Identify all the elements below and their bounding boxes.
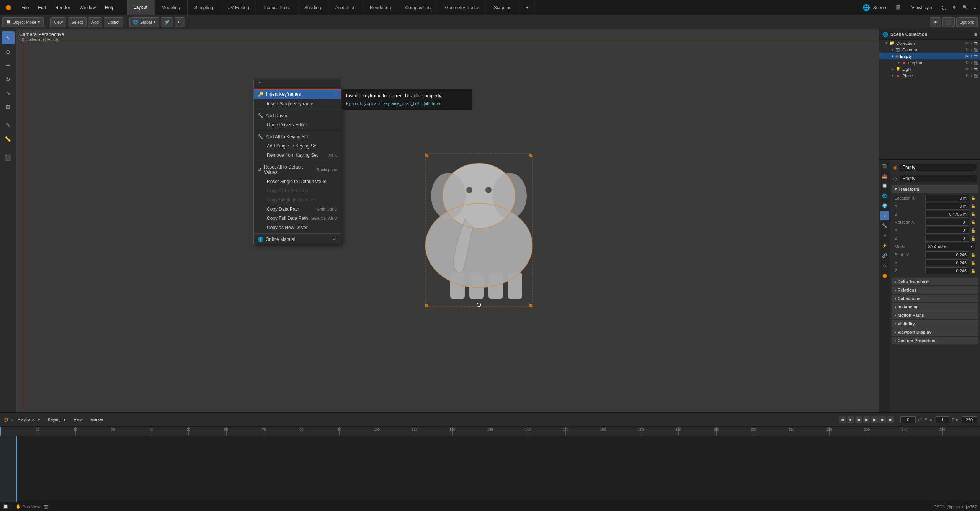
camera-sel-icon[interactable]: ↕ xyxy=(970,47,972,52)
restrict-select-icon[interactable]: ↕ xyxy=(970,41,972,45)
menu-file[interactable]: File xyxy=(17,0,33,15)
proportional-btn[interactable]: ⊙ xyxy=(175,17,185,27)
copy-full-data-path-item[interactable]: Copy Full Data Path Shift Ctrl Alt C xyxy=(254,214,341,223)
jump-to-last-btn[interactable]: ⏭ xyxy=(887,416,894,423)
snap-btn[interactable]: 🔗 xyxy=(161,17,173,27)
menu-render[interactable]: Render xyxy=(51,0,75,15)
insert-keyframes-item[interactable]: 🔑 Insert Keyframes I › xyxy=(254,89,341,99)
outliner-light[interactable]: ▸ 💡 Light 👁 ↕ 📷 xyxy=(879,66,980,72)
settings-icon[interactable]: ⚙ xyxy=(952,5,956,10)
jump-forward-btn[interactable]: ⏭ xyxy=(879,416,886,423)
camera-eye-icon[interactable]: 👁 xyxy=(965,47,969,52)
add-menu-btn[interactable]: Add xyxy=(88,17,103,27)
step-forward-btn[interactable]: ▶ xyxy=(871,416,878,423)
step-back-btn[interactable]: ◀ xyxy=(855,416,862,423)
empty-sel-icon[interactable]: ↕ xyxy=(970,54,972,58)
transform-global-btn[interactable]: 🌐 Global ▾ xyxy=(129,17,159,27)
light-rnd-icon[interactable]: 📷 xyxy=(974,67,978,71)
tab-layout[interactable]: Layout xyxy=(127,0,155,15)
outliner-filter-icon[interactable]: ≡ xyxy=(974,32,977,37)
open-drivers-editor-item[interactable]: Open Drivers Editor xyxy=(254,120,341,129)
data-name-value[interactable]: Empty xyxy=(900,175,977,182)
tab-shading[interactable]: Shading xyxy=(297,0,328,15)
object-props-icon[interactable]: ◈ xyxy=(880,211,889,220)
constraints-props-icon[interactable]: 🔗 xyxy=(880,251,889,260)
tab-sculpting[interactable]: Sculpting xyxy=(188,0,220,15)
filter-icon[interactable]: ≡ xyxy=(974,5,976,10)
add-driver-item[interactable]: 🔧 Add Driver xyxy=(254,111,341,120)
annotate-tool-btn[interactable]: ✎ xyxy=(2,119,15,132)
scale-x-val-p[interactable]: 0.246 xyxy=(925,251,969,258)
tab-texture-paint[interactable]: Texture Paint xyxy=(256,0,297,15)
current-frame-input[interactable]: 0 xyxy=(900,416,916,423)
tab-modeling[interactable]: Modeling xyxy=(155,0,188,15)
elephant-sel-icon[interactable]: ↕ xyxy=(970,61,972,65)
collections-header[interactable]: › Collections xyxy=(892,295,978,302)
lock-loc-y[interactable]: 🔓 xyxy=(971,204,975,208)
loc-z-val[interactable]: 0.4756 m xyxy=(925,211,969,218)
timeline-track[interactable] xyxy=(0,436,980,502)
viewport-shading-btn[interactable]: ⬛ xyxy=(942,17,955,27)
delta-section-header[interactable]: › Delta Transform xyxy=(892,278,978,285)
play-btn[interactable]: ▶ xyxy=(863,416,870,423)
scale-tool-btn[interactable]: ⤡ xyxy=(2,87,15,100)
data-props-icon[interactable]: ◇ xyxy=(880,261,889,270)
empty-eye-icon[interactable]: 👁 xyxy=(965,54,969,58)
material-props-icon[interactable]: ⬤ xyxy=(880,271,889,280)
outliner-empty[interactable]: ▾ ◈ Empty 👁 ↕ 📷 xyxy=(879,53,980,59)
move-tool-btn[interactable]: ✛ xyxy=(2,59,15,72)
tab-rendering[interactable]: Rendering xyxy=(363,0,398,15)
lock-rot-x[interactable]: 🔓 xyxy=(971,220,975,224)
plane-eye-icon[interactable]: 👁 xyxy=(965,74,969,78)
modifier-props-icon[interactable]: 🔧 xyxy=(880,221,889,230)
menu-edit[interactable]: Edit xyxy=(33,0,51,15)
custom-props-header[interactable]: › Custom Properties xyxy=(892,337,978,344)
measure-tool-btn[interactable]: 📏 xyxy=(2,133,15,146)
loc-x-val[interactable]: 0 m xyxy=(925,195,969,201)
copy-data-path-item[interactable]: Copy Data Path Shift Ctrl C xyxy=(254,205,341,214)
jump-back-btn[interactable]: ⏭ xyxy=(847,416,854,423)
rot-x-val[interactable]: 0° xyxy=(925,219,969,226)
blender-logo-icon[interactable]: ⬟ xyxy=(0,0,17,15)
outliner-camera[interactable]: ▸ 📷 Camera 👁 ↕ 📷 xyxy=(879,46,980,53)
instancing-header[interactable]: › Instancing xyxy=(892,303,978,311)
tab-animation[interactable]: Animation xyxy=(328,0,363,15)
select-menu-btn[interactable]: Select xyxy=(68,17,87,27)
end-frame-input[interactable]: 250 xyxy=(962,416,977,423)
insert-single-keyframe-item[interactable]: Insert Single Keyframe xyxy=(254,99,341,108)
eye-icon[interactable]: 👁 xyxy=(965,41,969,45)
plane-rnd-icon[interactable]: 📷 xyxy=(974,74,978,78)
keying-menu-btn[interactable]: Keying ▾ xyxy=(45,413,69,427)
viewport-display-header[interactable]: › Viewport Display xyxy=(892,328,978,336)
world-props-icon[interactable]: 🌍 xyxy=(880,201,889,210)
lock-scale-y[interactable]: 🔓 xyxy=(971,261,975,265)
scale-z-val-p[interactable]: 0.246 xyxy=(925,267,969,274)
transform-tool-btn[interactable]: ⊞ xyxy=(2,100,15,113)
view-menu-btn[interactable]: View xyxy=(50,17,66,27)
outliner-elephant[interactable]: ▸ 🔺 elephant 👁 ↕ 📷 xyxy=(879,59,980,66)
empty-rnd-icon[interactable]: 📷 xyxy=(974,54,978,58)
lock-scale-z[interactable]: 🔓 xyxy=(971,269,975,273)
reset-all-defaults-item[interactable]: ↺ Reset All to Default Values Backspace xyxy=(254,162,341,177)
tab-geometry-nodes[interactable]: Geometry Nodes xyxy=(438,0,487,15)
object-mode-btn[interactable]: 🔲 Object Mode ▾ xyxy=(2,17,44,27)
timeline-collapse-icon[interactable]: ‹ xyxy=(11,417,13,423)
lock-loc-z[interactable]: 🔓 xyxy=(971,212,975,216)
camera-rnd-icon[interactable]: 📷 xyxy=(974,47,978,52)
elephant-rnd-icon[interactable]: 📷 xyxy=(974,61,978,65)
rot-y-val[interactable]: 0° xyxy=(925,227,969,234)
menu-help[interactable]: Help xyxy=(100,0,119,15)
add-single-keying-item[interactable]: Add Single to Keying Set xyxy=(254,141,341,151)
scale-y-val-p[interactable]: 0.246 xyxy=(925,259,969,266)
add-cube-btn[interactable]: ⬛ xyxy=(2,151,15,164)
options-btn[interactable]: Options xyxy=(956,17,978,27)
elephant-eye-icon[interactable]: 👁 xyxy=(965,61,969,65)
visibility-header[interactable]: › Visibility xyxy=(892,320,978,328)
overlay-btn[interactable]: 👁 xyxy=(930,17,941,27)
select-tool-btn[interactable]: ↖ xyxy=(2,31,15,44)
reset-single-item[interactable]: Reset Single to Default Value xyxy=(254,177,341,186)
marker-menu-btn[interactable]: Marker xyxy=(87,413,106,427)
loc-y-val[interactable]: 0 m xyxy=(925,203,969,210)
plane-sel-icon[interactable]: ↕ xyxy=(970,74,972,78)
lock-loc-x[interactable]: 🔓 xyxy=(971,196,975,200)
